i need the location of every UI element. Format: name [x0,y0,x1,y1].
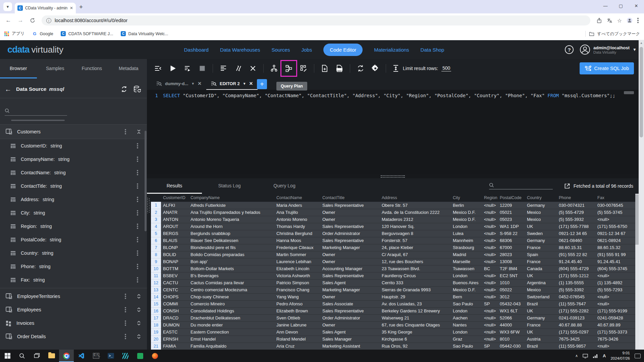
table-cell[interactable]: <null> [482,307,498,314]
table-cell[interactable]: Av. dos Lusiadas, 23 [380,300,451,307]
table-cell[interactable]: 67, rue des Cinquante Otages [380,321,451,328]
bookmark-item[interactable]: アプリ [4,31,24,37]
green-app-button[interactable] [133,350,148,362]
app-window-button[interactable]: >_ [103,350,118,362]
table-cell[interactable]: Pedro Afonso [274,300,320,307]
table-row[interactable]: 13CENTCCentro comercial MoctezumaFrancis… [151,286,636,293]
kebab-menu-icon[interactable] [125,296,126,297]
table-cell[interactable]: Mexico D.F. [451,209,482,216]
table-cell[interactable]: 91.24.45.40 [557,258,595,265]
table-cell[interactable]: 40.67.89.89 [595,321,636,328]
table-cell[interactable]: Centro comercial Moctezuma [189,286,274,293]
table-cell[interactable]: C/ Araquil, 67 [380,251,451,258]
site-info-icon[interactable]: i [46,18,51,23]
export-csv-icon[interactable]: CSV [333,62,346,75]
kebab-menu-icon[interactable] [137,266,138,267]
table-cell[interactable]: (604) 555-4729 [557,265,595,272]
table-cell[interactable]: 120 Hanover Sq. [380,223,451,230]
editor-tab[interactable]: dummy-d... ▼ ✕ [152,81,206,90]
kebab-menu-icon[interactable] [137,199,138,200]
table-cell[interactable]: Comercio Mineiro [189,300,274,307]
table-cell[interactable]: 7675-3425 [557,336,595,343]
table-cell[interactable]: Aria Cruz [274,343,320,350]
table-cell[interactable]: Canada [525,265,557,272]
vscode-taskbar-button[interactable] [74,350,89,362]
table-cell[interactable]: <null> [482,286,498,293]
collapse-icon[interactable] [136,129,142,134]
nav-item[interactable]: Data Warehouses [220,47,260,53]
sidebar-tab[interactable]: Metadata [110,59,147,78]
table-cell[interactable]: Mexico [525,216,557,223]
table-cell[interactable]: <null> [482,223,498,230]
table-cell[interactable]: (91) 555 22 82 [557,251,595,258]
table-cell[interactable]: BONAP [161,258,189,265]
table-cell[interactable]: Sierras de Granada 9993 [380,286,451,293]
table-cell[interactable]: (91) 555 91 99 [595,251,636,258]
table-cell[interactable]: Blauer See Delikatessen [189,237,274,244]
results-tab[interactable]: Query Log [257,178,312,194]
field-row[interactable]: Region: string [0,220,147,233]
table-cell[interactable]: <null> [482,321,498,328]
table-cell[interactable]: Owner [320,321,380,328]
table-cell[interactable]: UK [525,328,557,336]
file-explorer-button[interactable] [44,350,59,362]
table-cell[interactable]: Sales Agent [320,328,380,336]
kebab-menu-icon[interactable] [137,226,138,227]
table-cell[interactable]: CONSH [161,307,189,314]
table-row[interactable]: 1ALFKIAlfreds FutterkisteMaria AndersSal… [151,202,636,209]
tray-expand-icon[interactable]: ∧ [575,354,578,358]
table-cell[interactable]: (5) 555-4729 [557,209,595,216]
table-cell[interactable]: Hanna Moos [274,237,320,244]
tab-chevron-icon[interactable]: ▼ [191,82,195,85]
table-cell[interactable]: Chop-suey Chinese [189,293,274,300]
table-node[interactable]: Invoices [0,316,147,330]
table-cell[interactable]: <null> [482,293,498,300]
table-cell[interactable]: Sales Associate [320,300,380,307]
table-cell[interactable]: BOTTM [161,265,189,272]
table-cell[interactable]: 030-0076545 [595,202,636,209]
table-cell[interactable]: Mexico [525,209,557,216]
table-cell[interactable]: (171) 555-9199 [595,307,636,314]
table-cell[interactable]: Owner [320,209,380,216]
table-cell[interactable]: Cactus Comidas para llevar [189,279,274,286]
column-header[interactable]: Address [380,194,451,202]
table-cell[interactable]: CACTU [161,279,189,286]
task-view-button[interactable] [30,350,44,362]
table-cell[interactable]: <null> [595,216,636,223]
table-cell[interactable]: Rua Oros, 92 [380,343,451,350]
table-cell[interactable]: Sales Manager [320,336,380,343]
table-cell[interactable]: 8010 [498,336,525,343]
forward-button[interactable]: → [15,15,25,25]
table-cell[interactable]: Buenos Aires [451,279,482,286]
table-cell[interactable]: 24, place Kleber [380,244,451,251]
table-cell[interactable]: WX3 6FW [498,328,525,336]
column-header[interactable]: CustomerID [161,194,189,202]
kebab-menu-icon[interactable] [125,336,126,337]
table-cell[interactable]: Bon app' [189,258,274,265]
column-header[interactable]: CompanyName [189,194,274,202]
table-row[interactable]: 2ANATRAna Trujillo Emparedados y helados… [151,209,636,216]
splitter-handle[interactable] [147,174,639,178]
page-scrollbar[interactable]: ▲ [639,40,644,350]
table-cell[interactable]: 44000 [498,321,525,328]
table-cell[interactable]: Mexico D.F. [451,286,482,293]
table-cell[interactable]: Germany [525,202,557,209]
table-cell[interactable]: WA1 1DP [498,223,525,230]
table-cell[interactable]: 0921-12 34 67 [595,230,636,237]
table-cell[interactable]: 0921-12 34 65 [557,230,595,237]
bookmark-star-icon[interactable]: ☆ [617,17,622,24]
table-cell[interactable]: Berguvsvagen 8 [380,230,451,237]
table-cell[interactable]: EASTC [161,328,189,336]
table-cell[interactable]: Marseille [451,258,482,265]
table-cell[interactable]: Forsterstr. 57 [380,237,451,244]
limit-rows-control[interactable]: Limit result rows: 500 [392,64,451,72]
kebab-menu-icon[interactable] [137,145,138,146]
table-cell[interactable]: Order Administrator [320,314,380,321]
table-cell[interactable]: Thomas Hardy [274,223,320,230]
table-cell[interactable]: 23 Tsawassen Blvd. [380,265,451,272]
table-cell[interactable]: <null> [482,314,498,321]
table-cell[interactable]: Aachen [451,314,482,321]
table-cell[interactable]: Avda. de la Constitucion 2222 [380,209,451,216]
table-cell[interactable]: Antonio Moreno [274,216,320,223]
table-cell[interactable]: Francisco Chang [274,286,320,293]
